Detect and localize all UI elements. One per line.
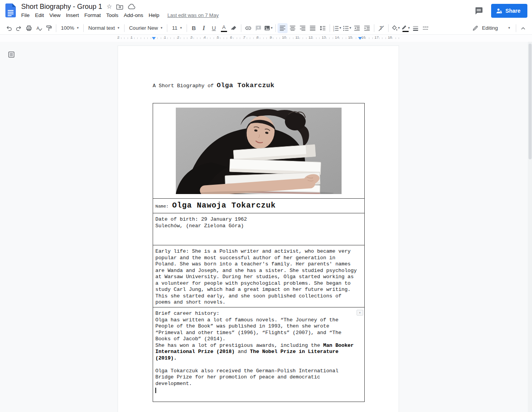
divider xyxy=(330,24,330,32)
chevron-down-icon: ▾ xyxy=(271,26,273,30)
align-right-button[interactable] xyxy=(298,23,308,33)
divider xyxy=(516,24,516,32)
menu-item[interactable]: Add-ons xyxy=(121,12,146,19)
chevron-down-icon: ▾ xyxy=(77,26,79,30)
horizontal-ruler: 21 123456789101112131415161718 xyxy=(0,35,532,41)
docs-logo-icon[interactable] xyxy=(5,3,16,17)
star-icon[interactable]: ☆ xyxy=(106,3,112,10)
print-button[interactable] xyxy=(24,23,34,33)
zoom-select[interactable]: 100%▾ xyxy=(58,23,81,33)
add-comment-button[interactable] xyxy=(253,23,263,33)
divider xyxy=(187,24,187,32)
insert-image-button[interactable]: ▾ xyxy=(263,23,273,33)
increase-indent-button[interactable] xyxy=(362,23,372,33)
divider xyxy=(374,24,374,32)
date-of-birth-cell[interactable]: Date of birth: 29 January 1962Sulechów, … xyxy=(153,213,364,245)
name-cell[interactable]: Name: Olga Nawoja Tokarczuk xyxy=(153,198,364,213)
menu-item[interactable]: Tools xyxy=(104,12,121,19)
share-lock-person-icon xyxy=(496,8,502,14)
color-bar xyxy=(402,31,409,32)
border-dash-button[interactable] xyxy=(421,23,431,33)
early-life-cell[interactable]: Early life: She is a Polish writer and a… xyxy=(153,245,364,307)
divider xyxy=(83,24,84,32)
menu-item[interactable]: Help xyxy=(146,12,162,19)
heading-name: Olga Tokarczuk xyxy=(217,82,274,89)
mode-select[interactable]: Editing ▾ xyxy=(468,23,514,34)
left-indent-marker[interactable] xyxy=(152,37,156,40)
chevron-down-icon: ▾ xyxy=(118,26,120,30)
cloud-saved-icon[interactable] xyxy=(128,4,135,10)
biography-table: Name: Olga Nawoja Tokarczuk Date of birt… xyxy=(153,103,365,402)
ruler-left-numbers: 21 xyxy=(112,35,138,39)
menu-item[interactable]: Format xyxy=(82,12,104,19)
photo-cell[interactable] xyxy=(153,103,364,198)
paint-format-button[interactable] xyxy=(44,23,54,33)
bulleted-list-button[interactable]: ▾ xyxy=(342,23,352,33)
chevron-down-icon: ▾ xyxy=(508,26,510,30)
numbered-list-button[interactable]: 123▾ xyxy=(332,23,342,33)
name-label: Name: xyxy=(155,204,169,209)
name-value: Olga Nawoja Tokarczuk xyxy=(172,201,276,210)
svg-text:3: 3 xyxy=(333,29,334,31)
text-color-button[interactable]: A xyxy=(219,23,229,33)
right-indent-marker[interactable] xyxy=(358,37,362,40)
scrollbar-track xyxy=(528,42,532,412)
clear-formatting-button[interactable]: T xyxy=(376,23,386,33)
menu-item[interactable]: File xyxy=(19,12,32,19)
chevron-down-icon: ▾ xyxy=(359,311,361,314)
align-left-button[interactable] xyxy=(278,23,288,33)
font-size-select[interactable]: 11▾ xyxy=(169,23,185,33)
chevron-down-icon: ▾ xyxy=(398,26,400,30)
table-cell-dropdown[interactable]: ▾ xyxy=(357,310,363,316)
last-edit-link[interactable]: Last edit was on 7 May xyxy=(167,12,219,18)
google-docs-app: Short Biography - Group 1 ☆ FileEditView… xyxy=(0,0,532,412)
career-history-cell[interactable]: ▾ Brief career history:Olga has written … xyxy=(153,307,364,402)
bold-button[interactable]: B xyxy=(189,23,199,33)
undo-button[interactable] xyxy=(4,23,14,33)
text-cursor xyxy=(155,388,156,393)
share-label: Share xyxy=(505,8,520,14)
border-width-button[interactable] xyxy=(411,23,421,33)
decrease-indent-button[interactable] xyxy=(352,23,362,33)
scrollbar-thumb[interactable] xyxy=(529,44,532,159)
border-color-button[interactable]: ▾ xyxy=(401,23,411,33)
comments-icon[interactable] xyxy=(474,6,483,15)
document-heading: A Short Biography of Olga Tokarczuk xyxy=(153,82,274,89)
document-page[interactable]: A Short Biography of Olga Tokarczuk xyxy=(118,46,399,412)
insert-link-button[interactable] xyxy=(243,23,253,33)
highlight-color-button[interactable] xyxy=(229,23,239,33)
line-spacing-button[interactable] xyxy=(318,23,328,33)
color-bar xyxy=(221,31,227,32)
divider xyxy=(275,24,276,32)
toolbar: A 100%▾ Normal text▾ Courier New▾ 11▾ B … xyxy=(0,22,532,35)
underline-button[interactable]: U xyxy=(209,23,219,33)
justify-button[interactable] xyxy=(308,23,318,33)
collapse-toolbar-button[interactable] xyxy=(518,23,528,33)
divider xyxy=(388,24,389,32)
divider xyxy=(241,24,241,32)
menu-item[interactable]: Edit xyxy=(32,12,47,19)
chevron-down-icon: ▾ xyxy=(339,26,341,30)
share-button[interactable]: Share xyxy=(491,4,527,18)
divider xyxy=(167,24,167,32)
divider xyxy=(56,24,56,32)
chevron-down-icon: ▾ xyxy=(408,26,410,30)
chevron-down-icon: ▾ xyxy=(161,26,163,30)
italic-button[interactable]: I xyxy=(199,23,209,33)
divider xyxy=(124,24,125,32)
font-family-select[interactable]: Courier New▾ xyxy=(126,23,165,33)
menu-item[interactable]: Insert xyxy=(63,12,82,19)
menu-bar: FileEditViewInsertFormatToolsAdd-onsHelp… xyxy=(19,12,219,19)
redo-button[interactable] xyxy=(14,23,24,33)
document-title[interactable]: Short Biography - Group 1 xyxy=(21,3,102,11)
spellcheck-button[interactable]: A xyxy=(34,23,44,33)
align-center-button[interactable] xyxy=(288,23,298,33)
pencil-icon xyxy=(472,25,478,31)
paragraph-style-select[interactable]: Normal text▾ xyxy=(86,23,122,33)
show-outline-icon[interactable] xyxy=(8,51,15,60)
olga-tokarczuk-photo[interactable] xyxy=(176,108,342,194)
menu-item[interactable]: View xyxy=(47,12,63,19)
fill-color-button[interactable]: ▾ xyxy=(391,23,401,33)
career-text: Brief career history:Olga has written a … xyxy=(155,311,362,387)
move-folder-icon[interactable] xyxy=(116,3,123,10)
